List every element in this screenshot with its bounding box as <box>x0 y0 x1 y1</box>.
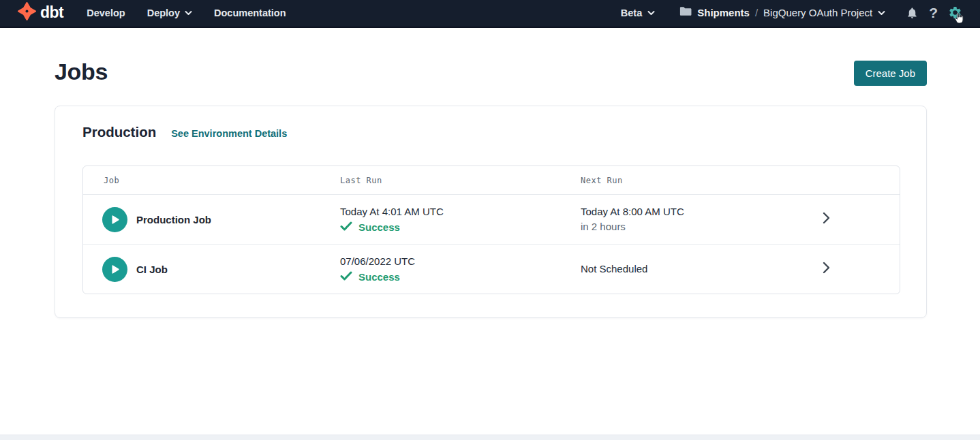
column-header-job: Job <box>83 176 340 185</box>
hand-cursor <box>953 12 964 27</box>
next-run-note: in 2 hours <box>581 220 823 234</box>
project-name: BigQuery OAuth Project <box>763 7 872 18</box>
column-header-last-run: Last Run <box>340 176 581 185</box>
top-navbar: dbt Develop Deploy Documentation Beta <box>0 0 980 28</box>
primary-nav: Develop Deploy Documentation <box>87 7 286 18</box>
folder-icon <box>679 6 692 19</box>
status-badge: Success <box>358 221 400 233</box>
run-job-play-button[interactable] <box>102 207 127 232</box>
column-header-next-run: Next Run <box>581 176 823 185</box>
account-name: Shipments <box>697 7 750 18</box>
next-run-time: Not Scheduled <box>581 262 823 276</box>
environment-name: Production <box>82 124 156 140</box>
bell-icon[interactable] <box>906 6 919 20</box>
chevron-right-icon[interactable] <box>823 262 830 277</box>
check-icon <box>340 221 352 234</box>
last-run-time: Today At 4:01 AM UTC <box>340 205 581 219</box>
chevron-down-icon <box>647 10 655 16</box>
create-job-button[interactable]: Create Job <box>854 61 927 86</box>
chevron-down-icon <box>878 10 885 16</box>
gear-icon[interactable] <box>948 5 962 20</box>
table-row-production-job[interactable]: Production Job Today At 4:01 AM UTC Succ… <box>83 194 900 244</box>
next-run-time: Today At 8:00 AM UTC <box>581 205 823 219</box>
beta-dropdown[interactable]: Beta <box>621 7 655 18</box>
nav-item-deploy[interactable]: Deploy <box>147 7 192 18</box>
project-selector[interactable]: Shipments / BigQuery OAuth Project <box>679 6 885 19</box>
chevron-right-icon[interactable] <box>823 212 830 227</box>
dbt-logo-word: dbt <box>40 3 63 22</box>
jobs-table: Job Last Run Next Run Production Job Tod… <box>82 166 900 294</box>
horizontal-scrollbar[interactable] <box>0 435 980 440</box>
last-run-time: 07/06/2022 UTC <box>340 255 581 268</box>
table-row-ci-job[interactable]: CI Job 07/06/2022 UTC Success Not Schedu… <box>83 244 900 294</box>
nav-item-develop[interactable]: Develop <box>87 7 125 18</box>
job-name: CI Job <box>136 264 168 275</box>
run-job-play-button[interactable] <box>102 257 127 282</box>
environment-card: Production See Environment Details Job L… <box>55 106 927 318</box>
nav-item-documentation[interactable]: Documentation <box>214 7 286 18</box>
status-badge: Success <box>358 271 400 283</box>
job-name: Production Job <box>136 214 211 225</box>
dbt-logo-icon <box>18 2 36 23</box>
check-icon <box>340 271 352 283</box>
page-title: Jobs <box>55 59 108 85</box>
dbt-logo[interactable]: dbt <box>18 2 63 23</box>
see-environment-details-link[interactable]: See Environment Details <box>171 128 287 139</box>
chevron-down-icon <box>185 10 192 16</box>
question-icon[interactable]: ? <box>929 5 938 20</box>
breadcrumb-separator: / <box>755 7 758 18</box>
jobs-table-header: Job Last Run Next Run <box>83 166 900 194</box>
